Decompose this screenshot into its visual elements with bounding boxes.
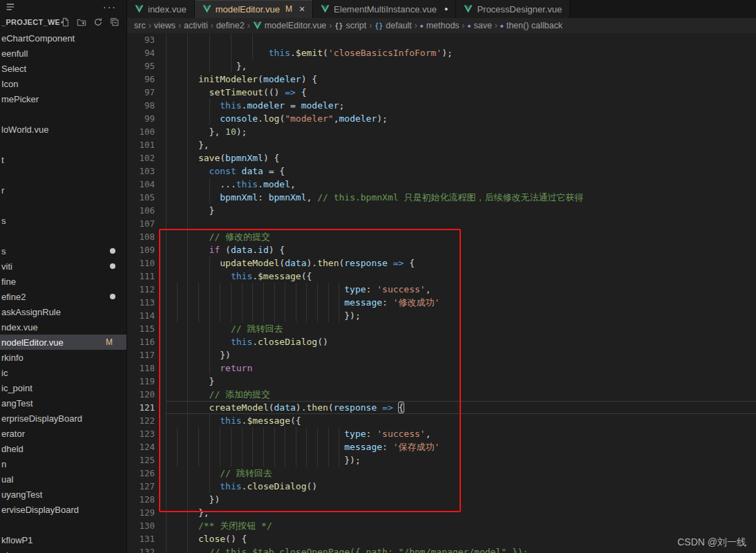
code-line[interactable]: 108// 修改的提交 [127, 230, 756, 243]
more-actions-icon[interactable]: ··· [103, 3, 117, 10]
breadcrumb-item[interactable]: define2 [216, 21, 245, 30]
file-item[interactable] [0, 198, 126, 213]
code-line[interactable]: 103const data = { [127, 165, 756, 178]
file-item[interactable]: s [0, 243, 126, 259]
code-line[interactable]: 110updateModel(data).then(response => { [127, 256, 756, 270]
code-line[interactable]: 124message: '保存成功' [127, 440, 756, 453]
file-item[interactable]: rkinfo [0, 350, 126, 365]
file-item[interactable] [0, 137, 126, 152]
code-line[interactable]: 127this.closeDialog() [127, 480, 756, 493]
code-line[interactable]: 118return [127, 362, 756, 375]
breadcrumb-item[interactable]: ◆save [468, 21, 492, 30]
editor-tab[interactable]: index.vue [127, 0, 195, 18]
file-item[interactable]: kflowP1 [0, 532, 126, 547]
code-line[interactable]: 130/** 关闭按钮 */ [127, 519, 756, 532]
file-item[interactable]: r [0, 182, 126, 198]
code-line[interactable]: 114}); [127, 309, 756, 322]
file-item[interactable]: s [0, 213, 126, 228]
file-item[interactable]: efine2 [0, 289, 126, 304]
file-item[interactable]: Select [0, 61, 126, 76]
file-item[interactable]: al.vue [0, 547, 126, 553]
file-item[interactable]: erviseDisplayBoard [0, 502, 126, 517]
code-line[interactable]: 129}, [127, 506, 756, 519]
file-item[interactable] [0, 167, 126, 182]
file-item[interactable] [0, 517, 126, 532]
file-item[interactable]: n [0, 456, 126, 471]
breadcrumb-item[interactable]: ◆then() callback [500, 21, 563, 30]
code-line[interactable]: 97setTimeout(() => { [127, 86, 756, 99]
file-item[interactable]: t [0, 152, 126, 167]
code-line[interactable]: 121createModel(data).then(response => { [127, 401, 756, 414]
breadcrumb-item[interactable]: modelEditor.vue [253, 21, 327, 30]
file-item[interactable]: fine [0, 274, 126, 289]
code-line[interactable]: 109if (data.id) { [127, 243, 756, 256]
code-line[interactable]: 107 [127, 217, 756, 230]
code-line[interactable]: 123type: 'success', [127, 427, 756, 440]
editor-tab[interactable]: ProcessDesigner.vue [456, 0, 570, 18]
code-line[interactable]: 131close() { [127, 532, 756, 545]
code-line[interactable]: 125}); [127, 453, 756, 467]
file-item[interactable]: loWorld.vue [0, 122, 126, 137]
code-line[interactable]: 106} [127, 204, 756, 217]
code-line[interactable]: 93 [127, 33, 756, 46]
breadcrumb-item[interactable]: views [154, 21, 176, 30]
code-line[interactable]: 117}) [127, 348, 756, 362]
file-item[interactable]: Icon [0, 76, 126, 91]
file-item[interactable]: viti [0, 259, 126, 274]
code-line[interactable]: 132// this.$tab.closeOpenPage({ path: "/… [127, 545, 756, 553]
code-line[interactable]: 119} [127, 375, 756, 388]
code-line[interactable]: 98this.modeler = modeler; [127, 99, 756, 112]
breadcrumb-item[interactable]: {}script [334, 21, 366, 30]
file-item[interactable]: ic [0, 365, 126, 380]
breadcrumb-item[interactable]: {}default [375, 21, 412, 30]
file-item[interactable]: askAssignRule [0, 304, 126, 319]
code-line[interactable]: 120// 添加的提交 [127, 388, 756, 401]
file-item[interactable]: nodelEditor.vueM [0, 335, 126, 350]
code-line[interactable]: 96initModeler(modeler) { [127, 73, 756, 86]
refresh-icon[interactable] [93, 17, 103, 28]
code-line[interactable]: 111this.$message({ [127, 270, 756, 283]
file-item[interactable]: dheld [0, 441, 126, 456]
new-folder-icon[interactable] [76, 17, 86, 28]
collapse-all-icon[interactable] [109, 17, 120, 28]
file-item[interactable]: ual [0, 471, 126, 487]
unsaved-dot-icon[interactable]: ● [444, 6, 448, 12]
code-token: closeDialog [247, 481, 306, 491]
explorer-section-header[interactable]: _PROJECT_WEB [0, 14, 126, 30]
breadcrumb-item[interactable]: src [134, 21, 146, 30]
editor-tab[interactable]: modelEditor.vueM× [195, 0, 313, 18]
file-item[interactable]: erpriseDisplayBoard [0, 411, 126, 426]
code-line[interactable]: 113message: '修改成功' [127, 296, 756, 309]
code-line[interactable]: 128}) [127, 493, 756, 506]
explorer-view-icon[interactable] [6, 2, 15, 12]
file-item[interactable]: mePicker [0, 91, 126, 106]
code-line[interactable]: 112type: 'success', [127, 283, 756, 296]
file-item[interactable]: ndex.vue [0, 319, 126, 335]
code-line[interactable]: 115// 跳转回去 [127, 322, 756, 335]
code-line[interactable]: 99console.log("modeler",modeler); [127, 112, 756, 125]
code-line[interactable]: 105bpmnXml: bpmnXml, // this.bpmnXml 只是初… [127, 191, 756, 204]
file-item[interactable] [0, 228, 126, 243]
file-item[interactable]: eChartComponent [0, 30, 126, 46]
code-line[interactable]: 102save(bpmnXml) { [127, 151, 756, 165]
code-line[interactable]: 104...this.model, [127, 178, 756, 191]
file-item[interactable]: uyangTest [0, 487, 126, 502]
file-item[interactable]: ic_point [0, 380, 126, 395]
breadcrumb-item[interactable]: ◆methods [420, 21, 460, 30]
code-line[interactable]: 126// 跳转回去 [127, 467, 756, 480]
file-item[interactable]: eenfull [0, 46, 126, 61]
breadcrumb-item[interactable]: activiti [184, 21, 208, 30]
file-item[interactable] [0, 106, 126, 122]
code-line[interactable]: 122this.$message({ [127, 414, 756, 427]
code-line[interactable]: 101}, [127, 138, 756, 151]
new-file-icon[interactable] [59, 17, 70, 28]
file-item[interactable]: erator [0, 426, 126, 441]
editor-tab[interactable]: ElementMultiInstance.vue● [313, 0, 456, 18]
code-line[interactable]: 100}, 10); [127, 125, 756, 138]
code-line[interactable]: 94this.$emit('closeBasicsInfoForm'); [127, 46, 756, 59]
code-editor[interactable]: 9394this.$emit('closeBasicsInfoForm');95… [127, 33, 756, 553]
code-line[interactable]: 95}, [127, 59, 756, 73]
code-line[interactable]: 116this.closeDialog() [127, 335, 756, 348]
close-tab-icon[interactable]: × [299, 5, 305, 13]
file-item[interactable]: angTest [0, 395, 126, 411]
